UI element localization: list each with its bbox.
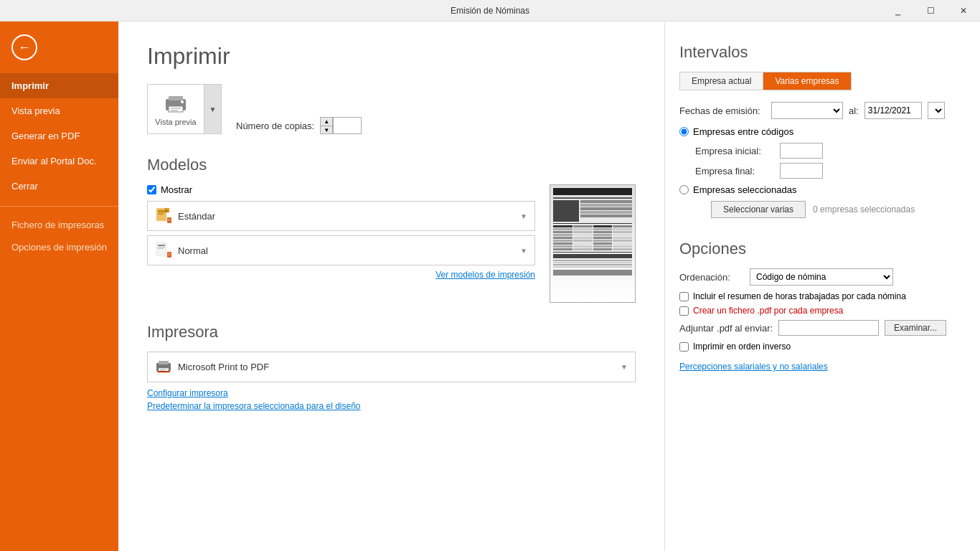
impresora-title: Impresora — [147, 323, 636, 342]
empresa-final-label: Empresa final: — [695, 166, 774, 176]
show-label: Mostrar — [161, 184, 192, 195]
sidebar-menu: Imprimir Vista previa Generar en PDF Env… — [0, 73, 118, 258]
radio-empresas-codigos-label[interactable]: Empresas entre códigos — [679, 126, 958, 137]
sidebar-item-enviar-portal[interactable]: Enviar al Portal Doc. — [0, 149, 118, 174]
empresa-final-input[interactable] — [780, 163, 823, 179]
svg-rect-9 — [158, 214, 164, 215]
preview-thumb-inner — [550, 185, 635, 302]
intervalos-tabs: Empresa actual Varias empresas — [679, 72, 852, 90]
radio-empresas-seleccionadas[interactable] — [679, 185, 689, 194]
check-horas-label[interactable]: Incluir el resumen de horas trabajadas p… — [679, 291, 958, 301]
check-orden-inverso-label[interactable]: Imprimir en orden inverso — [679, 342, 958, 352]
printer-dropdown-arrow: ▼ — [621, 363, 628, 371]
modelo1-select[interactable]: Estándar — [178, 211, 514, 222]
fecha-fin-input[interactable] — [864, 102, 922, 119]
vista-previa-label: Vista previa — [155, 118, 196, 126]
ordenacion-select[interactable]: Código de nómina — [750, 268, 893, 286]
tab-varias-empresas[interactable]: Varias empresas — [763, 72, 850, 90]
empresas-count: 0 empresas seleccionadas — [813, 204, 915, 215]
configurar-link[interactable]: Configurar impresora — [147, 388, 636, 398]
svg-rect-14 — [168, 220, 170, 221]
ordenacion-label: Ordenación: — [679, 272, 744, 283]
svg-rect-13 — [168, 219, 171, 220]
sidebar-back[interactable]: ← — [0, 22, 118, 73]
radio-empresas-seleccionadas-text: Empresas seleccionadas — [693, 184, 797, 195]
ver-modelos-link[interactable]: Ver modelos de impresión — [147, 270, 535, 280]
svg-rect-16 — [158, 245, 165, 246]
svg-rect-7 — [158, 210, 165, 212]
modelo1-dropdown-arrow: ▼ — [520, 212, 527, 220]
check-orden-inverso-text: Imprimir en orden inverso — [693, 342, 791, 352]
spin-buttons: ▲ ▼ — [320, 117, 333, 134]
examinar-button[interactable]: Examinar... — [885, 320, 946, 336]
sidebar-item-cerrar[interactable]: Cerrar — [0, 174, 118, 199]
svg-rect-18 — [158, 248, 164, 249]
sidebar-item-opciones-impresion[interactable]: Opciones de impresión — [0, 236, 118, 258]
sidebar: ← Imprimir Vista previa Generar en PDF E… — [0, 22, 118, 551]
copies-spinner: ▲ ▼ 1 — [320, 117, 362, 134]
tab-empresa-actual[interactable]: Empresa actual — [680, 72, 763, 90]
svg-rect-1 — [169, 96, 183, 100]
print-dropdown-button[interactable]: ▼ — [204, 84, 222, 134]
modelo2-select-row: Normal ▼ — [147, 235, 535, 265]
copies-area: Número de copias: ▲ ▼ 1 — [236, 117, 362, 134]
check-orden-inverso[interactable] — [679, 342, 689, 352]
close-button[interactable]: ✕ — [947, 0, 980, 22]
adjuntar-row: Adjuntar .pdf al enviar: Examinar... — [679, 320, 958, 336]
doc2-icon — [155, 242, 172, 259]
print-btn-group: Vista previa ▼ — [147, 84, 222, 134]
back-icon: ← — [18, 40, 31, 55]
opciones-section: Opciones Ordenación: Código de nómina In… — [679, 240, 958, 372]
right-panel: Intervalos Empresa actual Varias empresa… — [664, 22, 980, 551]
title-bar-text: Emisión de Nóminas — [451, 6, 529, 16]
minimize-button[interactable]: ⎯ — [881, 0, 914, 22]
back-button[interactable]: ← — [11, 34, 37, 60]
show-checkbox[interactable] — [147, 185, 156, 194]
modelos-title: Modelos — [147, 156, 636, 174]
vista-previa-button[interactable]: Vista previa — [147, 84, 204, 134]
svg-rect-3 — [171, 108, 181, 109]
copies-down-button[interactable]: ▼ — [320, 126, 333, 134]
printer-select[interactable]: Microsoft Print to PDF — [178, 362, 615, 372]
intervalos-section: Intervalos Empresa actual Varias empresa… — [679, 43, 958, 218]
copies-input[interactable]: 1 — [333, 117, 362, 134]
ordenacion-row: Ordenación: Código de nómina — [679, 268, 958, 286]
fecha-fin-dropdown[interactable]: ▼ — [928, 102, 945, 119]
restore-button[interactable]: ☐ — [914, 0, 947, 22]
check-pdf-empresa-label[interactable]: Crear un fichero .pdf por cada empresa — [679, 306, 958, 316]
radio-empresas-seleccionadas-label[interactable]: Empresas seleccionadas — [679, 184, 958, 195]
modelo2-dropdown-arrow: ▼ — [520, 247, 527, 255]
percepciones-link[interactable]: Percepciones salariales y no salariales — [679, 362, 828, 372]
app-body: ← Imprimir Vista previa Generar en PDF E… — [0, 22, 980, 551]
show-checkbox-label[interactable]: Mostrar — [147, 184, 535, 195]
svg-rect-23 — [159, 361, 169, 364]
main-content: Imprimir Vista previa ▼ — [118, 22, 664, 551]
sidebar-item-vista-previa[interactable]: Vista previa — [0, 98, 118, 123]
preview-thumbnail — [550, 184, 636, 303]
predeterminar-link[interactable]: Predeterminar la impresora seleccionada … — [147, 401, 636, 411]
radio-group: Empresas entre códigos Empresa inicial: … — [679, 126, 958, 218]
fechas-select[interactable] — [771, 102, 843, 119]
copies-label: Número de copias: — [236, 121, 314, 131]
copies-up-button[interactable]: ▲ — [320, 117, 333, 126]
sidebar-item-fichero-impresoras[interactable]: Fichero de impresoras — [0, 214, 118, 236]
page-title: Imprimir — [147, 43, 636, 70]
empresa-inicial-input[interactable] — [780, 143, 823, 159]
check-horas[interactable] — [679, 292, 689, 301]
models-selects: Mostrar — [147, 184, 535, 280]
sidebar-item-imprimir[interactable]: Imprimir — [0, 73, 118, 98]
check-pdf-empresa[interactable] — [679, 306, 689, 316]
seleccionar-varias-button[interactable]: Seleccionar varias — [711, 201, 806, 218]
radio-empresas-codigos[interactable] — [679, 127, 689, 136]
printer-select-row: Microsoft Print to PDF ▼ — [147, 352, 636, 382]
empresa-inicial-label: Empresa inicial: — [695, 146, 774, 156]
empresa-inicial-row: Empresa inicial: — [695, 143, 958, 159]
title-bar-controls: ⎯ ☐ ✕ — [881, 0, 980, 22]
sidebar-item-generar-pdf[interactable]: Generar en PDF — [0, 123, 118, 149]
adjuntar-input[interactable] — [778, 320, 879, 336]
config-links: Configurar impresora Predeterminar la im… — [147, 388, 636, 411]
modelo1-icon — [155, 207, 172, 225]
modelo2-select[interactable]: Normal — [178, 245, 514, 256]
printer-icon — [163, 92, 189, 115]
al-label: al: — [849, 105, 859, 116]
